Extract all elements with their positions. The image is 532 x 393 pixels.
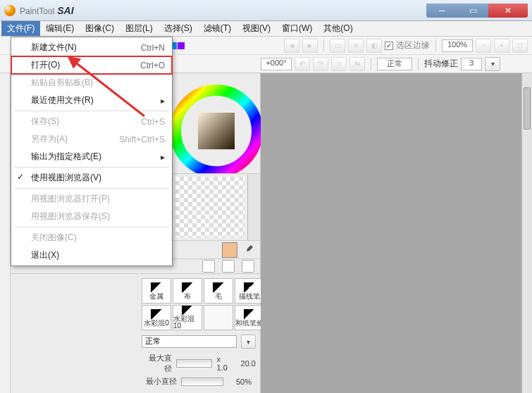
- minimize-button[interactable]: ─: [426, 4, 457, 18]
- sel-rect-button[interactable]: ▭: [330, 39, 345, 53]
- toolbar-separator: [435, 39, 436, 52]
- sel-edge-checkbox[interactable]: ✓: [385, 42, 393, 50]
- zoom-in-button[interactable]: +: [494, 39, 509, 53]
- file-export[interactable]: 输出为指定格式(E) ▸: [11, 148, 172, 166]
- angle-field[interactable]: +000°: [261, 58, 292, 70]
- zoom-out-button[interactable]: −: [476, 39, 491, 53]
- brush-cell[interactable]: 水彩混10: [173, 305, 202, 330]
- nav-next-button[interactable]: ►: [302, 39, 318, 53]
- menu-layer[interactable]: 图层(L): [120, 21, 159, 36]
- nav-prev-button[interactable]: ◄: [284, 39, 299, 53]
- app-title: PaintTool SAI: [20, 5, 74, 16]
- sel-clear-button[interactable]: ✕: [348, 39, 364, 53]
- tool-eraser-icon[interactable]: [242, 260, 254, 273]
- swatch[interactable]: [178, 42, 185, 49]
- menu-edit[interactable]: 编辑(E): [40, 21, 80, 36]
- file-viewer-open-label: 用视图浏览器打开(P): [31, 193, 110, 205]
- brush-cell[interactable]: 布: [173, 278, 202, 304]
- toolbar-separator: [323, 39, 324, 52]
- stabilizer-misc-button[interactable]: ▾: [485, 57, 500, 71]
- scrollbar-thumb[interactable]: [524, 87, 531, 130]
- vertical-scrollbar[interactable]: [521, 73, 532, 393]
- brush-cell-empty[interactable]: [204, 305, 233, 330]
- menu-other[interactable]: 其他(O): [318, 21, 358, 36]
- rotate-cw-button[interactable]: ↷: [313, 57, 328, 71]
- blend-mode-field[interactable]: 正常: [377, 58, 412, 70]
- window-buttons: ─ ▭ ✕: [426, 4, 528, 18]
- file-viewer-label: 使用视图浏览器(V): [31, 172, 101, 184]
- stabilizer-label: 抖动修正: [424, 58, 458, 70]
- toolbar-separator: [371, 58, 371, 70]
- texture-grid[interactable]: [175, 177, 245, 237]
- color-wheel[interactable]: [173, 73, 261, 189]
- brush-mode-row: 正常 ▾: [142, 335, 256, 349]
- submenu-arrow-icon: ▸: [161, 152, 165, 162]
- brush-name: 金属: [149, 293, 163, 300]
- param-row: 最大直径 x 1.0 20.0: [142, 353, 256, 374]
- tool-brush-icon[interactable]: [222, 260, 235, 273]
- file-save-label: 保存(S): [31, 116, 59, 127]
- brush-icon: [244, 309, 255, 319]
- brush-cell[interactable]: 水彩混0: [142, 305, 171, 330]
- file-viewer-save: 用视图浏览器保存(S): [11, 208, 172, 225]
- sel-invert-button[interactable]: ◐: [366, 39, 382, 53]
- file-open-label: 打开(O): [31, 59, 60, 71]
- file-close-image: 关闭图像(C): [11, 229, 172, 247]
- brush-cell[interactable]: 毛: [204, 278, 233, 304]
- menu-select[interactable]: 选择(S): [159, 21, 198, 36]
- eyedropper-icon[interactable]: [243, 244, 254, 256]
- file-new[interactable]: 新建文件(N) Ctrl+N: [11, 39, 172, 56]
- brush-icon: [151, 309, 162, 319]
- brush-mode-menu-button[interactable]: ▾: [241, 335, 256, 349]
- check-icon: ✓: [17, 172, 24, 182]
- stabilizer-field[interactable]: 3: [461, 58, 482, 70]
- flip-h-button[interactable]: ⇋: [349, 57, 365, 71]
- param-max-size-label: 最大直径: [142, 353, 172, 374]
- file-open[interactable]: 打开(O) Ctrl+O: [11, 56, 172, 74]
- brush-cell[interactable]: 和纸笔修: [235, 305, 264, 330]
- menu-filter[interactable]: 滤镜(T): [198, 21, 237, 36]
- file-save-shortcut: Ctrl+S: [141, 117, 165, 127]
- file-new-shortcut: Ctrl+N: [141, 43, 165, 53]
- brush-icon: [182, 282, 193, 292]
- app-title-prefix: PaintTool: [20, 6, 54, 16]
- foreground-color-swatch[interactable]: [222, 242, 237, 258]
- rotate-ccw-button[interactable]: ↶: [295, 57, 310, 71]
- zoom-field[interactable]: 100%: [442, 39, 473, 52]
- file-viewer-toggle[interactable]: ✓ 使用视图浏览器(V): [11, 169, 172, 187]
- brush-cell[interactable]: 金属: [142, 278, 171, 304]
- file-recent[interactable]: 最近使用文件(R) ▸: [11, 92, 172, 109]
- brush-name: 毛: [215, 293, 222, 300]
- brush-mode-select[interactable]: 正常: [142, 335, 237, 348]
- param-max-size-mult: x 1.0: [216, 355, 230, 372]
- tool-select-icon[interactable]: [202, 260, 215, 273]
- zoom-fit-button[interactable]: □: [512, 39, 528, 53]
- file-paste-new-label: 粘贴自剪贴板(B): [31, 77, 93, 89]
- menu-bar: 文件(F) 编辑(E) 图像(C) 图层(L) 选择(S) 滤镜(T) 视图(V…: [0, 21, 532, 37]
- svg-rect-3: [198, 113, 235, 149]
- menu-view[interactable]: 视图(V): [237, 21, 276, 36]
- menu-file[interactable]: 文件(F): [1, 21, 40, 36]
- brush-icon: [182, 306, 193, 315]
- close-button[interactable]: ✕: [488, 4, 528, 18]
- file-close-label: 关闭图像(C): [31, 232, 77, 244]
- menu-window[interactable]: 窗口(W): [276, 21, 318, 36]
- app-logo-icon: [4, 5, 16, 16]
- menu-image[interactable]: 图像(C): [80, 21, 120, 36]
- param-row: 最小直径 50%: [142, 376, 256, 387]
- file-viewer-save-label: 用视图浏览器保存(S): [31, 211, 110, 223]
- maximize-button[interactable]: ▭: [457, 4, 488, 18]
- file-saveas-label: 另存为(A): [31, 133, 68, 145]
- param-min-size-slider[interactable]: [181, 378, 223, 386]
- canvas-area[interactable]: [261, 73, 532, 393]
- rotate-reset-button[interactable]: ○: [331, 57, 347, 71]
- brush-cell[interactable]: 描线笔: [235, 278, 264, 304]
- param-max-size-slider[interactable]: [176, 359, 213, 368]
- menu-separator: [14, 111, 169, 111]
- brush-icon: [151, 282, 162, 292]
- texture-scrollbar[interactable]: [247, 174, 260, 240]
- sel-edge-label: 选区边缘: [396, 39, 430, 51]
- file-recent-label: 最近使用文件(R): [31, 94, 94, 106]
- brush-icon: [213, 282, 224, 292]
- file-exit[interactable]: 退出(X): [11, 247, 172, 264]
